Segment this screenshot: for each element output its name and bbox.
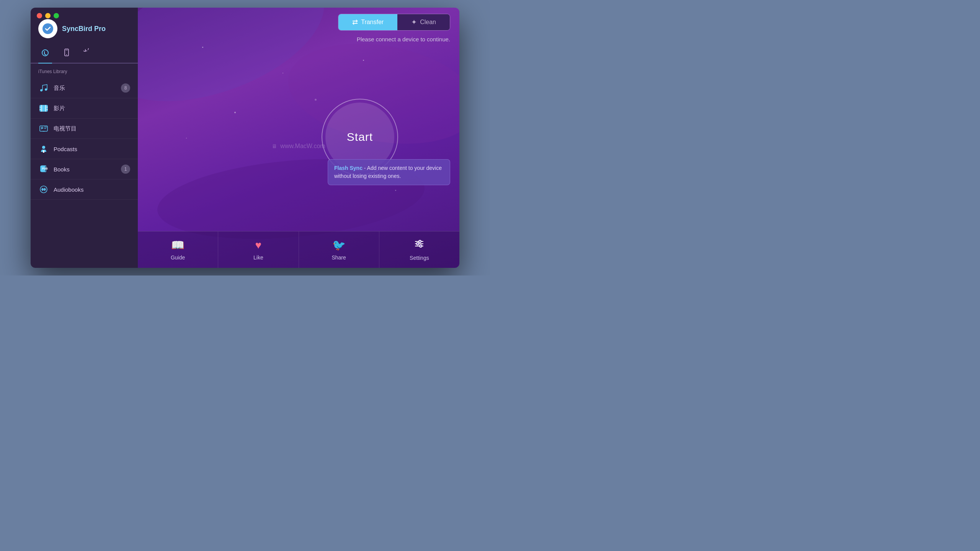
bottom-bar: 📖 Guide ♥ Like 🐦 Share	[138, 231, 459, 268]
transfer-label: Transfer	[361, 19, 384, 26]
sidebar-logo: SyncBird Pro	[31, 15, 138, 46]
sidebar-item-podcasts[interactable]: Podcasts	[31, 139, 138, 159]
music-label: 音乐	[54, 85, 116, 92]
settings-label: Settings	[410, 255, 429, 261]
svg-point-4	[40, 89, 42, 91]
books-icon: PUB	[38, 164, 49, 174]
svg-point-23	[419, 240, 421, 243]
library-label: iTunes Library	[31, 67, 138, 78]
watermark: 🖥 www.MacW.com	[272, 143, 325, 150]
clean-icon: ✦	[411, 18, 417, 26]
sidebar-item-music[interactable]: 音乐 8	[31, 78, 138, 98]
audiobooks-label: Audiobooks	[54, 186, 130, 193]
guide-button[interactable]: 📖 Guide	[138, 231, 218, 268]
svg-rect-17	[40, 166, 41, 171]
sidebar-item-books[interactable]: PUB Books 1	[31, 159, 138, 179]
flash-tooltip: Flash Sync - Add new content to your dev…	[328, 159, 450, 185]
like-label: Like	[253, 254, 263, 261]
tab-switcher: ⇄ Transfer ✦ Clean	[338, 14, 450, 31]
guide-icon: 📖	[171, 239, 185, 251]
svg-point-24	[416, 243, 419, 245]
nav-tabs	[31, 46, 138, 64]
movies-label: 影片	[54, 105, 130, 112]
tv-icon	[38, 123, 49, 134]
svg-point-2	[66, 54, 67, 55]
share-button[interactable]: 🐦 Share	[299, 231, 379, 268]
center-area: 🖥 www.MacW.com Start Flash Sync - Add ne…	[138, 42, 459, 231]
sidebar-item-audiobooks[interactable]: Audiobooks	[31, 179, 138, 200]
transfer-tab[interactable]: ⇄ Transfer	[338, 14, 397, 30]
like-icon: ♥	[255, 239, 262, 251]
flash-sync-label: Flash Sync	[334, 165, 363, 171]
minimize-button[interactable]	[45, 13, 51, 18]
connect-message: Please connect a device to continue.	[138, 34, 459, 42]
svg-rect-6	[40, 105, 47, 111]
tab-itunes[interactable]	[38, 46, 52, 60]
main-content: ⇄ Transfer ✦ Clean Please connect a devi…	[138, 8, 459, 268]
sidebar: SyncBird Pro	[31, 8, 138, 268]
svg-point-5	[45, 88, 47, 91]
app-window: SyncBird Pro	[31, 8, 459, 268]
audiobooks-icon	[38, 184, 49, 195]
share-icon: 🐦	[332, 239, 346, 251]
svg-point-0	[42, 23, 53, 34]
podcasts-label: Podcasts	[54, 146, 130, 152]
svg-text:PUB: PUB	[42, 167, 48, 170]
tv-label: 电视节目	[54, 125, 130, 132]
logo-pro: Pro	[94, 25, 106, 33]
svg-point-19	[40, 186, 47, 193]
books-label: Books	[54, 166, 116, 173]
transfer-icon: ⇄	[352, 18, 358, 26]
top-bar: ⇄ Transfer ✦ Clean	[138, 8, 459, 34]
books-badge: 1	[121, 165, 130, 174]
app-body: SyncBird Pro	[31, 8, 459, 268]
logo-icon	[38, 19, 57, 38]
maximize-button[interactable]	[54, 13, 59, 18]
guide-label: Guide	[171, 254, 185, 261]
close-button[interactable]	[37, 13, 42, 18]
sidebar-item-tv[interactable]: 电视节目	[31, 119, 138, 139]
podcasts-icon	[38, 143, 49, 154]
svg-rect-8	[40, 126, 47, 131]
sidebar-item-movies[interactable]: 影片	[31, 98, 138, 119]
like-button[interactable]: ♥ Like	[218, 231, 299, 268]
start-label: Start	[347, 130, 373, 143]
settings-icon	[414, 238, 425, 252]
window-controls	[37, 13, 59, 18]
tab-device[interactable]	[60, 46, 74, 60]
svg-point-13	[42, 146, 45, 149]
settings-button[interactable]: Settings	[379, 231, 459, 268]
clean-label: Clean	[420, 19, 436, 26]
clean-tab[interactable]: ✦ Clean	[397, 14, 450, 30]
music-icon	[38, 83, 49, 93]
tab-history[interactable]	[81, 46, 95, 60]
share-label: Share	[332, 254, 346, 261]
movies-icon	[38, 103, 49, 114]
svg-rect-14	[43, 150, 44, 153]
logo-text: SyncBird Pro	[62, 25, 106, 33]
svg-point-25	[420, 245, 422, 247]
music-badge: 8	[121, 83, 130, 93]
logo-name: SyncBird	[62, 25, 94, 33]
